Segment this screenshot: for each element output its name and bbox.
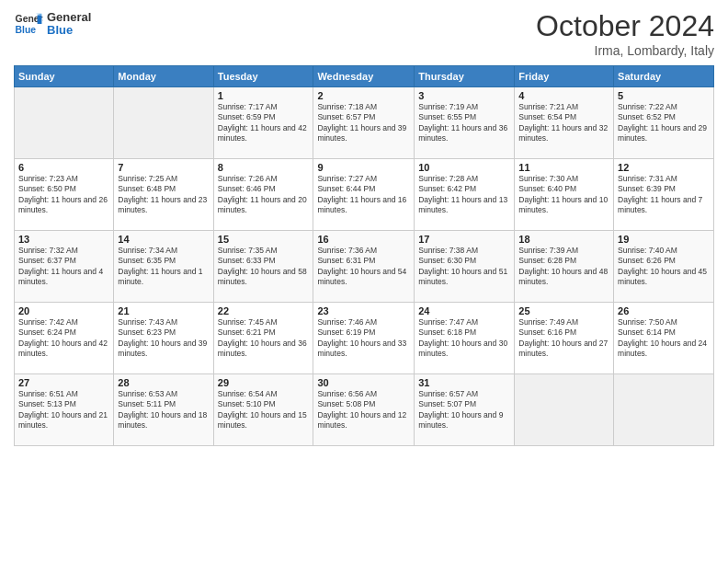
day-number: 25 <box>518 305 609 316</box>
main-title: October 2024 <box>536 9 714 43</box>
calendar-cell: 27Sunrise: 6:51 AM Sunset: 5:13 PM Dayli… <box>15 374 114 446</box>
day-info: Sunrise: 6:53 AM Sunset: 5:11 PM Dayligh… <box>118 389 209 431</box>
day-number: 30 <box>317 377 410 388</box>
calendar-cell: 29Sunrise: 6:54 AM Sunset: 5:10 PM Dayli… <box>213 374 313 446</box>
day-info: Sunrise: 7:18 AM Sunset: 6:57 PM Dayligh… <box>317 102 410 144</box>
calendar-cell: 2Sunrise: 7:18 AM Sunset: 6:57 PM Daylig… <box>313 87 415 159</box>
calendar-cell <box>114 87 213 159</box>
calendar-cell: 1Sunrise: 7:17 AM Sunset: 6:59 PM Daylig… <box>213 87 313 159</box>
day-number: 3 <box>418 90 510 101</box>
day-number: 6 <box>18 162 109 173</box>
logo: General Blue General Blue <box>14 9 91 39</box>
calendar-cell: 16Sunrise: 7:36 AM Sunset: 6:31 PM Dayli… <box>313 231 415 303</box>
day-info: Sunrise: 6:54 AM Sunset: 5:10 PM Dayligh… <box>218 389 310 431</box>
day-info: Sunrise: 7:31 AM Sunset: 6:39 PM Dayligh… <box>618 174 710 216</box>
day-info: Sunrise: 7:23 AM Sunset: 6:50 PM Dayligh… <box>18 174 109 216</box>
calendar-cell: 31Sunrise: 6:57 AM Sunset: 5:07 PM Dayli… <box>415 374 515 446</box>
day-info: Sunrise: 7:49 AM Sunset: 6:16 PM Dayligh… <box>518 317 609 360</box>
calendar-cell: 22Sunrise: 7:45 AM Sunset: 6:21 PM Dayli… <box>213 303 313 374</box>
weekday-header-wednesday: Wednesday <box>313 66 415 87</box>
calendar-cell: 20Sunrise: 7:42 AM Sunset: 6:24 PM Dayli… <box>15 303 114 374</box>
day-number: 28 <box>118 377 209 388</box>
weekday-header-sunday: Sunday <box>15 66 114 87</box>
calendar-cell: 17Sunrise: 7:38 AM Sunset: 6:30 PM Dayli… <box>415 231 515 303</box>
calendar-cell: 6Sunrise: 7:23 AM Sunset: 6:50 PM Daylig… <box>15 159 114 231</box>
day-info: Sunrise: 7:42 AM Sunset: 6:24 PM Dayligh… <box>18 317 109 360</box>
calendar-cell: 3Sunrise: 7:19 AM Sunset: 6:55 PM Daylig… <box>415 87 515 159</box>
day-number: 29 <box>218 377 310 388</box>
day-info: Sunrise: 6:51 AM Sunset: 5:13 PM Dayligh… <box>18 389 109 431</box>
calendar-cell: 12Sunrise: 7:31 AM Sunset: 6:39 PM Dayli… <box>614 159 714 231</box>
day-number: 8 <box>218 162 310 173</box>
day-info: Sunrise: 7:40 AM Sunset: 6:26 PM Dayligh… <box>618 246 710 288</box>
day-number: 15 <box>218 234 310 245</box>
calendar-cell: 14Sunrise: 7:34 AM Sunset: 6:35 PM Dayli… <box>114 231 213 303</box>
day-info: Sunrise: 7:19 AM Sunset: 6:55 PM Dayligh… <box>418 102 510 144</box>
day-number: 16 <box>317 234 410 245</box>
day-number: 22 <box>218 305 310 316</box>
calendar-table: SundayMondayTuesdayWednesdayThursdayFrid… <box>14 65 714 446</box>
weekday-header-thursday: Thursday <box>415 66 515 87</box>
day-number: 19 <box>618 234 710 245</box>
weekday-header-friday: Friday <box>515 66 614 87</box>
day-number: 17 <box>418 234 510 245</box>
page: General Blue General Blue October 2024 I… <box>0 0 728 563</box>
calendar-cell: 28Sunrise: 6:53 AM Sunset: 5:11 PM Dayli… <box>114 374 213 446</box>
logo-blue: Blue <box>47 24 91 37</box>
day-number: 31 <box>418 377 510 388</box>
calendar-week-row: 13Sunrise: 7:32 AM Sunset: 6:37 PM Dayli… <box>15 231 714 303</box>
day-info: Sunrise: 7:22 AM Sunset: 6:52 PM Dayligh… <box>618 102 710 144</box>
day-info: Sunrise: 7:17 AM Sunset: 6:59 PM Dayligh… <box>218 102 310 144</box>
day-number: 10 <box>418 162 510 173</box>
calendar-cell: 8Sunrise: 7:26 AM Sunset: 6:46 PM Daylig… <box>213 159 313 231</box>
logo-icon: General Blue <box>14 9 43 39</box>
calendar-cell: 24Sunrise: 7:47 AM Sunset: 6:18 PM Dayli… <box>415 303 515 374</box>
title-block: October 2024 Irma, Lombardy, Italy <box>536 9 714 58</box>
day-info: Sunrise: 7:32 AM Sunset: 6:37 PM Dayligh… <box>18 246 109 288</box>
calendar-week-row: 20Sunrise: 7:42 AM Sunset: 6:24 PM Dayli… <box>15 303 714 374</box>
svg-marker-2 <box>38 15 42 24</box>
day-number: 5 <box>618 90 710 101</box>
calendar-cell: 19Sunrise: 7:40 AM Sunset: 6:26 PM Dayli… <box>614 231 714 303</box>
calendar-cell <box>15 87 114 159</box>
calendar-cell: 5Sunrise: 7:22 AM Sunset: 6:52 PM Daylig… <box>614 87 714 159</box>
day-info: Sunrise: 7:38 AM Sunset: 6:30 PM Dayligh… <box>418 246 510 288</box>
calendar-cell: 7Sunrise: 7:25 AM Sunset: 6:48 PM Daylig… <box>114 159 213 231</box>
header: General Blue General Blue October 2024 I… <box>14 9 714 58</box>
day-info: Sunrise: 6:57 AM Sunset: 5:07 PM Dayligh… <box>418 389 510 431</box>
day-number: 23 <box>317 305 410 316</box>
day-info: Sunrise: 7:43 AM Sunset: 6:23 PM Dayligh… <box>118 317 209 360</box>
day-number: 2 <box>317 90 410 101</box>
calendar-cell <box>515 374 614 446</box>
weekday-header-tuesday: Tuesday <box>213 66 313 87</box>
weekday-header-row: SundayMondayTuesdayWednesdayThursdayFrid… <box>15 66 714 87</box>
calendar-cell: 26Sunrise: 7:50 AM Sunset: 6:14 PM Dayli… <box>614 303 714 374</box>
day-number: 18 <box>518 234 609 245</box>
day-number: 12 <box>618 162 710 173</box>
day-number: 4 <box>518 90 609 101</box>
calendar-cell: 11Sunrise: 7:30 AM Sunset: 6:40 PM Dayli… <box>515 159 614 231</box>
day-info: Sunrise: 7:50 AM Sunset: 6:14 PM Dayligh… <box>618 317 710 360</box>
day-number: 7 <box>118 162 209 173</box>
calendar-cell: 23Sunrise: 7:46 AM Sunset: 6:19 PM Dayli… <box>313 303 415 374</box>
day-info: Sunrise: 7:28 AM Sunset: 6:42 PM Dayligh… <box>418 174 510 216</box>
day-info: Sunrise: 7:25 AM Sunset: 6:48 PM Dayligh… <box>118 174 209 216</box>
day-number: 13 <box>18 234 109 245</box>
weekday-header-monday: Monday <box>114 66 213 87</box>
svg-text:Blue: Blue <box>16 25 37 35</box>
day-info: Sunrise: 7:30 AM Sunset: 6:40 PM Dayligh… <box>518 174 609 216</box>
day-info: Sunrise: 7:36 AM Sunset: 6:31 PM Dayligh… <box>317 246 410 288</box>
day-number: 1 <box>218 90 310 101</box>
day-info: Sunrise: 7:34 AM Sunset: 6:35 PM Dayligh… <box>118 246 209 288</box>
calendar-cell: 4Sunrise: 7:21 AM Sunset: 6:54 PM Daylig… <box>515 87 614 159</box>
calendar-week-row: 6Sunrise: 7:23 AM Sunset: 6:50 PM Daylig… <box>15 159 714 231</box>
day-number: 26 <box>618 305 710 316</box>
day-number: 9 <box>317 162 410 173</box>
day-info: Sunrise: 7:45 AM Sunset: 6:21 PM Dayligh… <box>218 317 310 360</box>
day-number: 11 <box>518 162 609 173</box>
calendar-cell: 18Sunrise: 7:39 AM Sunset: 6:28 PM Dayli… <box>515 231 614 303</box>
day-number: 21 <box>118 305 209 316</box>
day-info: Sunrise: 6:56 AM Sunset: 5:08 PM Dayligh… <box>317 389 410 431</box>
calendar-cell: 30Sunrise: 6:56 AM Sunset: 5:08 PM Dayli… <box>313 374 415 446</box>
calendar-cell: 10Sunrise: 7:28 AM Sunset: 6:42 PM Dayli… <box>415 159 515 231</box>
